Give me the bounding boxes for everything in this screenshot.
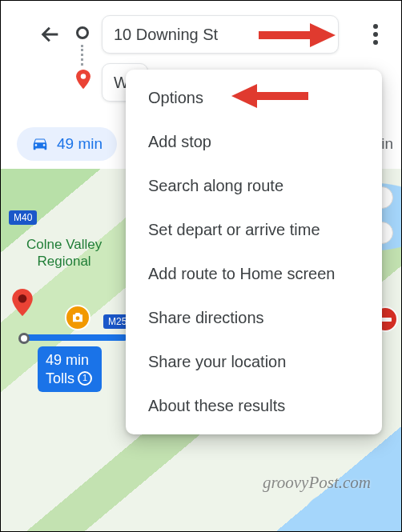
menu-item-depart-arrive[interactable]: Set depart or arrive time — [148, 221, 360, 239]
route-dotted-connector — [81, 45, 83, 66]
svg-point-2 — [81, 74, 86, 79]
menu-item-about-results[interactable]: About these results — [148, 397, 360, 415]
overflow-menu-button[interactable] — [366, 22, 385, 47]
route-tolls-text: Tolls — [46, 370, 74, 388]
menu-item-search-along[interactable]: Search along route — [148, 177, 360, 195]
road-label-m40: M40 — [9, 210, 37, 225]
driving-time-text: 49 min — [57, 135, 103, 153]
origin-input[interactable]: 10 Downing St — [102, 15, 339, 54]
svg-point-1 — [76, 316, 80, 320]
route-time-badge[interactable]: 49 min Tolls 1 — [38, 346, 102, 392]
partial-chip-text: in — [381, 135, 393, 153]
watermark-text: groovyPost.com — [263, 473, 371, 493]
destination-icon — [75, 70, 91, 90]
route-polyline — [23, 334, 127, 341]
menu-item-add-home-screen[interactable]: Add route to Home screen — [148, 265, 360, 283]
svg-point-0 — [18, 294, 27, 303]
park-label: Colne Valley Regional — [26, 236, 102, 270]
menu-item-share-location[interactable]: Share your location — [148, 353, 360, 371]
back-button[interactable] — [39, 23, 62, 46]
travel-mode-driving-chip[interactable]: 49 min — [17, 127, 117, 161]
menu-item-share-directions[interactable]: Share directions — [148, 309, 360, 327]
origin-icon — [76, 26, 89, 39]
destination-pin-icon[interactable] — [9, 289, 36, 316]
origin-input-value: 10 Downing St — [114, 26, 218, 44]
toll-count: 1 — [78, 371, 92, 386]
car-icon — [31, 135, 49, 153]
overflow-menu: Options Add stop Search along route Set … — [126, 70, 382, 434]
route-time-text: 49 min — [46, 351, 92, 370]
route-origin-dot — [18, 333, 30, 344]
traffic-camera-icon[interactable] — [65, 305, 90, 330]
menu-item-add-stop[interactable]: Add stop — [148, 133, 360, 151]
menu-item-options[interactable]: Options — [148, 89, 360, 107]
